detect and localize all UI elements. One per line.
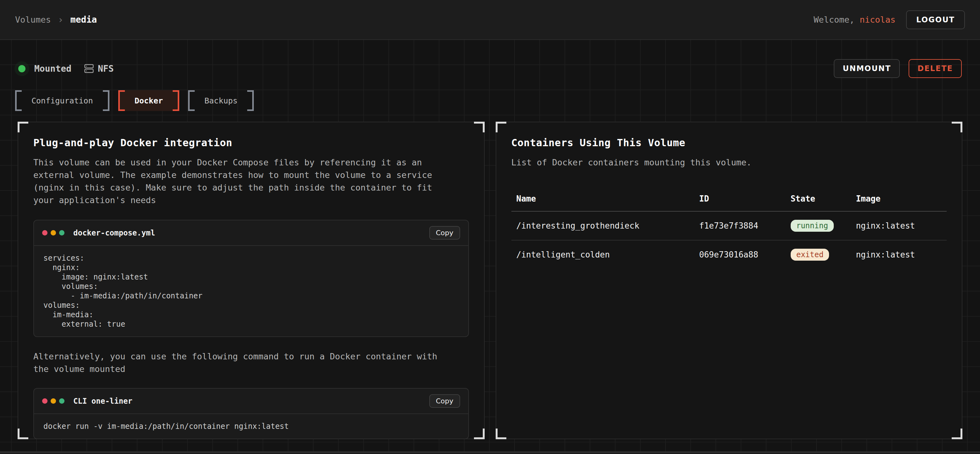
panel-subtitle: List of Docker containers mounting this … — [511, 156, 930, 169]
breadcrumb: Volumes › media — [15, 14, 97, 25]
copy-button[interactable]: Copy — [429, 226, 460, 240]
state-badge: exited — [791, 249, 829, 260]
yellow-dot-icon — [51, 230, 56, 235]
cli-code: docker run -v im-media:/path/in/containe… — [34, 414, 468, 438]
tab-configuration[interactable]: Configuration — [15, 90, 110, 111]
tab-bar: Configuration Docker Backups — [15, 90, 965, 111]
breadcrumb-volumes-link[interactable]: Volumes — [15, 15, 51, 24]
container-image: nginx:latest — [851, 240, 947, 269]
status-row: Mounted NFS UNMOUNT DELETE — [15, 59, 965, 78]
welcome-text: Welcome, nicolas — [814, 15, 896, 24]
red-dot-icon — [42, 398, 48, 404]
user-area: Welcome, nicolas LOGOUT — [814, 10, 965, 29]
corner-accent — [952, 122, 963, 132]
green-dot-icon — [59, 230, 64, 235]
container-name: /intelligent_colden — [511, 240, 694, 269]
breadcrumb-current-volume: media — [70, 14, 97, 25]
containers-panel: Containers Using This Volume List of Doc… — [496, 122, 963, 439]
copy-button[interactable]: Copy — [429, 394, 460, 408]
corner-accent — [18, 429, 28, 439]
server-icon — [84, 63, 94, 73]
column-header-name: Name — [511, 188, 694, 211]
corner-accent — [474, 122, 485, 132]
column-header-image: Image — [851, 188, 947, 211]
panel-title: Plug-and-play Docker integration — [33, 137, 469, 149]
docker-integration-panel: Plug-and-play Docker integration This vo… — [18, 122, 485, 439]
cli-code-block: CLI one-liner Copy docker run -v im-medi… — [33, 388, 469, 439]
green-dot-icon — [59, 398, 64, 404]
containers-table: Name ID State Image /interesting_grothen… — [511, 188, 947, 269]
code-filename: CLI one-liner — [73, 397, 132, 406]
mounted-status-dot-icon — [18, 65, 25, 72]
chevron-right-icon: › — [58, 14, 64, 25]
main-content: Mounted NFS UNMOUNT DELETE Configuration — [0, 40, 980, 453]
tab-docker[interactable]: Docker — [118, 90, 179, 111]
code-block-header: CLI one-liner Copy — [34, 389, 468, 414]
traffic-light-icons — [42, 230, 64, 235]
traffic-light-icons — [42, 398, 64, 404]
state-badge: running — [791, 220, 834, 232]
unmount-button[interactable]: UNMOUNT — [834, 59, 900, 78]
corner-accent — [474, 429, 485, 439]
column-header-id: ID — [694, 188, 786, 211]
welcome-prefix: Welcome, — [814, 15, 859, 24]
tab-backups[interactable]: Backups — [188, 90, 254, 111]
corner-accent — [18, 122, 28, 132]
table-row: /interesting_grothendieck f1e73e7f3884 r… — [511, 211, 947, 240]
corner-accent — [952, 429, 963, 439]
corner-accent — [496, 429, 506, 439]
username: nicolas — [859, 15, 896, 24]
driver-label: NFS — [98, 63, 114, 74]
bottom-edge-strip — [0, 451, 980, 453]
container-image: nginx:latest — [851, 211, 947, 240]
container-id: 069e73016a88 — [694, 240, 786, 269]
panel-title: Containers Using This Volume — [511, 137, 947, 149]
corner-accent — [496, 122, 506, 132]
panel-row: Plug-and-play Docker integration This vo… — [15, 122, 965, 439]
yellow-dot-icon — [51, 398, 56, 404]
top-bar: Volumes › media Welcome, nicolas LOGOUT — [0, 0, 980, 40]
volume-actions: UNMOUNT DELETE — [834, 59, 962, 78]
cli-intro-text: Alternatively, you can use the following… — [33, 350, 452, 375]
delete-button[interactable]: DELETE — [908, 59, 962, 78]
code-block-header: docker-compose.yml Copy — [34, 221, 468, 246]
driver-indicator: NFS — [84, 63, 114, 74]
table-header-row: Name ID State Image — [511, 188, 947, 211]
red-dot-icon — [42, 230, 48, 235]
container-name: /interesting_grothendieck — [511, 211, 694, 240]
column-header-state: State — [786, 188, 851, 211]
mounted-status-label: Mounted — [34, 63, 72, 74]
compose-code: services: nginx: image: nginx:latest vol… — [34, 246, 468, 337]
container-id: f1e73e7f3884 — [694, 211, 786, 240]
compose-code-block: docker-compose.yml Copy services: nginx:… — [33, 220, 469, 337]
table-row: /intelligent_colden 069e73016a88 exited … — [511, 240, 947, 269]
code-filename: docker-compose.yml — [73, 229, 155, 237]
panel-description: This volume can be used in your Docker C… — [33, 156, 452, 206]
logout-button[interactable]: LOGOUT — [906, 10, 965, 29]
